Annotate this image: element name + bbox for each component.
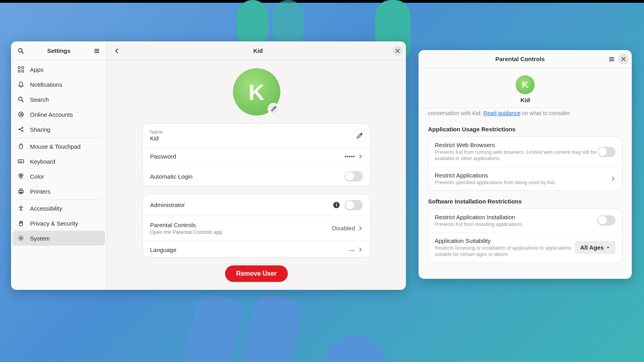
restrict-apps-row[interactable]: Restrict Applications Prevents specified… [428,167,622,190]
sidebar-item-sharing[interactable]: Sharing [13,122,105,137]
avatar-edit-button[interactable] [268,103,280,115]
sidebar-item-accessibility[interactable]: Accessibility [13,201,105,216]
gear-icon [17,235,24,242]
wallpaper-blob [239,291,306,362]
sidebar-separator [16,138,102,138]
close-button[interactable] [392,46,403,56]
svg-point-0 [19,49,22,52]
sidebar-item-label: Color [30,173,44,180]
user-admin-card: Administrator i Parental Controls Open t… [143,194,370,258]
chevron-right-icon [358,154,363,159]
pc-user-avatar: K [516,75,535,94]
restrict-browsers-title: Restrict Web Browsers [435,142,597,148]
pc-section-usage: Application Usage Restrictions [428,126,622,132]
pencil-icon [357,132,363,139]
sidebar-item-label: Notifications [30,81,62,88]
sidebar-item-keyboard[interactable]: Keyboard [13,154,105,169]
settings-main-panel: Kid K Name Kid [107,41,406,290]
language-row[interactable]: Language — [143,241,370,258]
restrict-browsers-desc: Prevents Kid from running web browsers. … [435,149,597,162]
hamburger-icon[interactable] [605,52,618,66]
accessibility-icon [17,205,24,212]
sidebar-item-label: Apps [30,66,43,73]
svg-text:i: i [336,202,337,208]
sidebar-item-color[interactable]: Color [13,169,105,184]
svg-rect-20 [18,160,24,163]
restrict-install-desc: Prevents Kid from installing application… [435,221,597,228]
svg-rect-6 [22,67,24,69]
pc-user-header: K Kid [419,68,632,108]
suitability-value: All Ages [580,244,604,251]
pc-guidance-text: conversation with Kid. Read guidance on … [428,108,622,122]
sidebar-item-online-accounts[interactable]: Online Accounts [13,107,105,122]
password-value: ••••• [345,153,355,160]
pc-header: Parental Controls [419,50,632,68]
avatar-letter: K [522,80,528,90]
close-button[interactable] [618,54,629,64]
sidebar-item-label: Accessibility [30,205,62,212]
avatar-wrap: K [233,68,280,116]
svg-rect-7 [18,70,20,72]
parental-sub: Open the Parental Controls app [150,229,332,235]
parental-controls-row[interactable]: Parental Controls Open the Parental Cont… [143,216,370,241]
sidebar-item-privacy[interactable]: Privacy & Security [13,216,105,231]
wallpaper-blob [180,291,246,362]
svg-point-11 [19,112,23,117]
administrator-toggle[interactable] [345,200,363,210]
printer-icon [17,188,24,195]
settings-title: Settings [28,47,90,54]
sidebar-item-mouse[interactable]: Mouse & Touchpad [13,139,105,154]
sidebar-item-apps[interactable]: Apps [13,62,105,77]
apps-icon [17,66,24,73]
password-row[interactable]: Password ••••• [143,147,370,166]
restrict-apps-desc: Prevents specified applications from bei… [435,179,611,186]
pc-usage-card: Restrict Web Browsers Prevents Kid from … [428,136,622,191]
sidebar-item-notifications[interactable]: Notifications [13,77,105,92]
search-icon[interactable] [14,44,28,58]
remove-user-button[interactable]: Remove User [225,265,287,282]
sidebar-item-printers[interactable]: Printers [13,184,105,199]
administrator-row: Administrator i [143,194,370,216]
pc-install-card: Restrict Application Installation Preven… [428,209,622,263]
sidebar-item-system[interactable]: System [13,231,105,246]
read-guidance-link[interactable]: Read guidance [483,110,520,116]
restrict-browsers-row: Restrict Web Browsers Prevents Kid from … [428,137,622,167]
svg-point-32 [20,237,22,239]
bell-icon [17,81,24,88]
settings-sidebar: Settings Apps Notifications Search Onlin… [11,41,107,290]
sidebar-item-label: System [30,235,50,242]
parental-label: Parental Controls [150,222,332,228]
desktop-topbar [0,0,644,3]
wallpaper-blob [324,335,387,362]
pc-body[interactable]: conversation with Kid. Read guidance on … [419,108,632,279]
auto-login-row: Automatic Login [143,166,370,186]
name-value: Kid [150,135,357,142]
svg-line-10 [22,101,24,102]
sidebar-item-search[interactable]: Search [13,92,105,107]
sidebar-separator [16,200,102,200]
chevron-right-icon [611,176,616,181]
wallpaper-blob [237,0,268,47]
restrict-install-toggle[interactable] [597,215,616,226]
back-button[interactable] [110,44,124,58]
suitability-dropdown[interactable]: All Ages [575,241,616,254]
svg-line-1 [22,52,24,53]
restrict-install-title: Restrict Application Installation [435,214,597,220]
wallpaper-blob [272,0,304,47]
hamburger-icon[interactable] [90,44,103,58]
sidebar-list: Apps Notifications Search Online Account… [11,60,107,290]
svg-line-17 [20,130,22,131]
search-icon [17,96,24,103]
restrict-browsers-toggle[interactable] [597,147,616,157]
sidebar-item-label: Printers [30,188,51,195]
name-row[interactable]: Name Kid [143,124,370,147]
chevron-down-icon [606,246,610,250]
info-icon[interactable]: i [333,202,340,209]
parental-value: Disabled [332,225,355,231]
sidebar-item-label: Mouse & Touchpad [30,143,81,150]
language-value: — [349,246,355,253]
svg-point-22 [20,160,21,161]
auto-login-toggle[interactable] [345,171,363,181]
pc-user-name: Kid [520,97,530,103]
suitability-row: Application Suitability Restricts browsi… [428,233,622,263]
